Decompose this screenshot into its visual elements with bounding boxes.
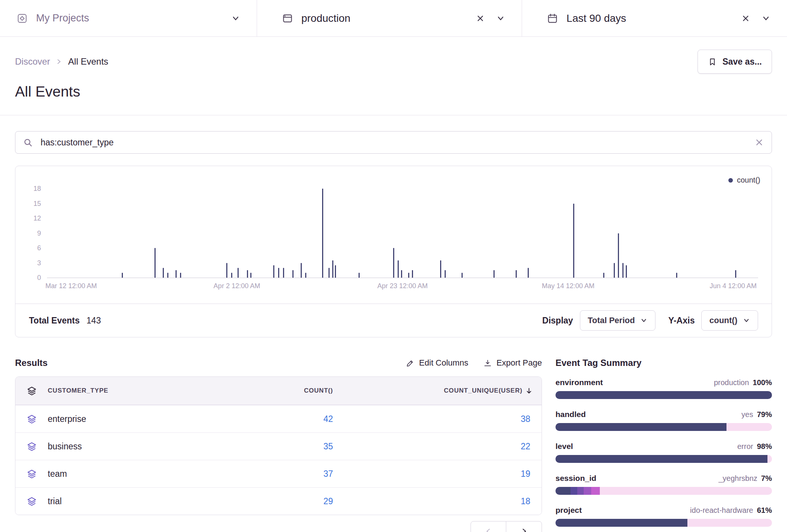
tag-distribution-bar[interactable] <box>555 391 772 399</box>
tag-top-value: error <box>737 442 753 450</box>
tag-name[interactable]: project <box>555 506 582 515</box>
chevron-down-icon[interactable] <box>761 14 770 23</box>
chart-bar <box>614 263 615 278</box>
y-axis-dropdown[interactable]: count() <box>701 310 758 331</box>
tag-name[interactable]: level <box>555 442 573 451</box>
chart-plot[interactable]: 0369121518Mar 12 12:00 AMApr 2 12:00 AMA… <box>47 189 758 278</box>
count-unique-cell-link[interactable]: 19 <box>521 469 542 479</box>
breadcrumb: Discover All Events <box>15 56 108 67</box>
tag-percent: 79% <box>757 410 772 419</box>
tag-name[interactable]: handled <box>555 410 586 419</box>
count-cell-link[interactable]: 42 <box>323 414 333 424</box>
search-input[interactable] <box>40 137 748 148</box>
close-icon[interactable] <box>476 14 485 23</box>
chevron-right-icon <box>55 58 63 65</box>
y-axis-tick-label: 6 <box>37 245 41 251</box>
event-tag-summary: Event Tag Summary environment production… <box>555 358 772 532</box>
chart-bar <box>154 248 156 278</box>
chart-bar <box>516 270 517 278</box>
project-selector[interactable]: My Projects <box>0 0 257 36</box>
tag-percent: 100% <box>753 378 772 387</box>
chart-bar <box>393 248 394 278</box>
chart-bar <box>332 260 333 278</box>
legend-dot-icon <box>728 178 733 183</box>
tag-name[interactable]: environment <box>555 378 603 387</box>
chart-bar <box>603 273 604 278</box>
chart-bar <box>445 270 446 278</box>
chart-bar <box>273 265 274 278</box>
column-header-count-unique-user[interactable]: COUNT_UNIQUE(USER) <box>444 387 542 395</box>
chart-bar <box>401 270 402 278</box>
date-range-filter[interactable]: Last 90 days <box>522 0 787 36</box>
export-page-label: Export Page <box>496 358 542 368</box>
events-chart-panel: count() 0369121518Mar 12 12:00 AMApr 2 1… <box>15 166 772 337</box>
x-axis-tick-label: May 14 12:00 AM <box>542 282 595 290</box>
layers-icon <box>27 414 37 424</box>
layers-icon <box>27 386 37 396</box>
chart-bar <box>676 273 677 278</box>
edit-columns-button[interactable]: Edit Columns <box>406 358 468 368</box>
chevron-down-icon[interactable] <box>496 14 505 23</box>
chart-bar <box>301 263 302 278</box>
close-icon[interactable] <box>741 14 750 23</box>
chart-legend[interactable]: count() <box>728 176 760 184</box>
results-title: Results <box>15 358 48 368</box>
tag-distribution-bar[interactable] <box>555 487 772 495</box>
x-axis-tick-label: Apr 23 12:00 AM <box>377 282 428 290</box>
breadcrumb-current: All Events <box>68 56 108 67</box>
tag-distribution-bar[interactable] <box>555 519 772 527</box>
count-unique-cell-link[interactable]: 22 <box>521 441 542 452</box>
pagination-next-button[interactable] <box>506 521 542 532</box>
search-icon <box>23 138 33 148</box>
clear-search-icon[interactable] <box>754 138 764 147</box>
chart-bar <box>626 265 627 278</box>
table-row: enterprise 42 38 <box>15 405 542 432</box>
tag-percent: 98% <box>757 442 772 450</box>
tag-summary-item: project ido-react-hardware61% <box>555 506 772 527</box>
chart-bar <box>493 270 495 278</box>
save-as-button[interactable]: Save as... <box>698 50 772 74</box>
environment-filter-value: production <box>301 12 351 24</box>
chart-bar <box>163 268 164 278</box>
y-axis-tick-label: 9 <box>37 230 41 237</box>
column-header-customer-type[interactable]: CUSTOMER_TYPE <box>48 387 220 394</box>
count-unique-cell-link[interactable]: 18 <box>521 496 542 506</box>
tag-top-value: ido-react-hardware <box>690 506 753 514</box>
chart-bar <box>573 204 574 278</box>
chevron-down-icon[interactable] <box>231 14 240 23</box>
table-row: team 37 19 <box>15 460 542 487</box>
environment-filter[interactable]: production <box>257 0 522 36</box>
events-chart: count() 0369121518Mar 12 12:00 AMApr 2 1… <box>15 166 772 304</box>
y-axis-tick-label: 3 <box>37 260 41 266</box>
chart-bar <box>735 270 736 278</box>
display-dropdown-value: Total Period <box>588 316 635 325</box>
count-cell-link[interactable]: 35 <box>323 441 333 452</box>
table-actions: Edit Columns Export Page <box>406 358 542 368</box>
count-cell-link[interactable]: 37 <box>323 469 333 479</box>
display-dropdown[interactable]: Total Period <box>580 310 656 331</box>
calendar-icon <box>547 13 558 24</box>
tag-distribution-bar[interactable] <box>555 423 772 431</box>
breadcrumb-discover-link[interactable]: Discover <box>15 56 50 67</box>
y-axis-tick-label: 0 <box>37 274 41 281</box>
page-title: All Events <box>15 83 772 100</box>
window-icon <box>282 13 293 24</box>
export-page-button[interactable]: Export Page <box>483 358 542 368</box>
chevron-down-icon <box>640 317 648 324</box>
tag-summary-item: handled yes79% <box>555 410 772 431</box>
chart-bar <box>322 189 323 278</box>
chart-bar <box>180 273 181 278</box>
column-header-count[interactable]: COUNT() <box>304 387 333 394</box>
count-cell-link[interactable]: 29 <box>323 496 333 506</box>
pagination-prev-button[interactable] <box>471 521 507 532</box>
customer-type-cell: business <box>48 441 220 452</box>
chart-bar <box>247 270 248 278</box>
download-icon <box>483 359 492 367</box>
tag-percent: 7% <box>761 474 772 482</box>
chevron-left-icon <box>484 527 493 532</box>
search-bar <box>15 131 772 154</box>
tag-name[interactable]: session_id <box>555 474 596 483</box>
count-unique-cell-link[interactable]: 38 <box>521 414 542 424</box>
customer-type-cell: enterprise <box>48 414 220 424</box>
tag-distribution-bar[interactable] <box>555 455 772 463</box>
